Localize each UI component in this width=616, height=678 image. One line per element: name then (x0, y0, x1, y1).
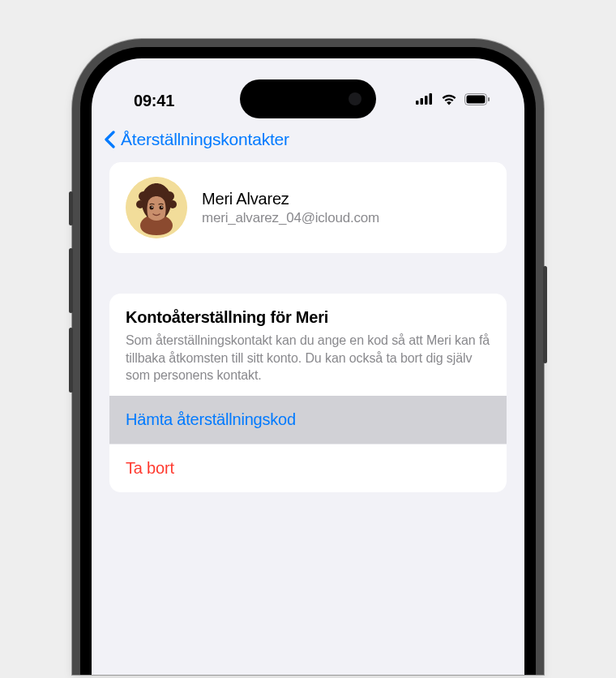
svg-point-13 (150, 206, 154, 210)
phone-frame: 09:41 (72, 39, 544, 675)
recovery-title: Kontoåterställning för Meri (126, 308, 490, 327)
svg-point-12 (169, 200, 177, 208)
svg-point-11 (136, 200, 144, 208)
avatar (126, 177, 187, 238)
phone-bezel: 09:41 (80, 47, 536, 675)
svg-rect-1 (421, 98, 424, 105)
remove-button[interactable]: Ta bort (109, 444, 507, 492)
nav-bar[interactable]: Återställningskontakter (92, 118, 524, 162)
volume-up-button (69, 248, 73, 313)
recovery-section: Kontoåterställning för Meri Som återstäl… (109, 294, 507, 492)
contact-email: meri_alvarez_04@icloud.com (202, 210, 379, 226)
volume-down-button (69, 328, 73, 393)
contact-name: Meri Alvarez (202, 190, 379, 208)
svg-rect-2 (425, 96, 428, 105)
svg-rect-5 (467, 95, 486, 103)
svg-rect-0 (416, 101, 419, 105)
svg-rect-3 (430, 93, 433, 105)
recovery-header: Kontoåterställning för Meri Som återstäl… (109, 294, 507, 396)
status-icons (416, 92, 490, 109)
recovery-description: Som återställningskontakt kan du ange en… (126, 332, 490, 384)
nav-back-label: Återställningskontakter (121, 130, 289, 149)
contact-card[interactable]: Meri Alvarez meri_alvarez_04@icloud.com (109, 162, 507, 253)
dynamic-island (240, 79, 376, 118)
svg-point-9 (139, 191, 148, 201)
svg-point-15 (152, 206, 153, 208)
svg-point-10 (165, 191, 174, 201)
power-button (543, 266, 547, 363)
battery-icon (464, 93, 490, 109)
wifi-icon (440, 92, 458, 109)
content: Meri Alvarez meri_alvarez_04@icloud.com … (92, 162, 524, 492)
contact-info: Meri Alvarez meri_alvarez_04@icloud.com (202, 190, 379, 226)
svg-rect-6 (488, 97, 490, 101)
svg-point-14 (160, 206, 164, 210)
status-time: 09:41 (134, 92, 174, 110)
svg-point-16 (161, 206, 163, 208)
get-recovery-code-button[interactable]: Hämta återställningskod (109, 396, 507, 444)
cellular-icon (416, 93, 434, 108)
side-button (69, 191, 73, 225)
chevron-left-icon (103, 130, 116, 149)
screen: 09:41 (92, 58, 524, 675)
